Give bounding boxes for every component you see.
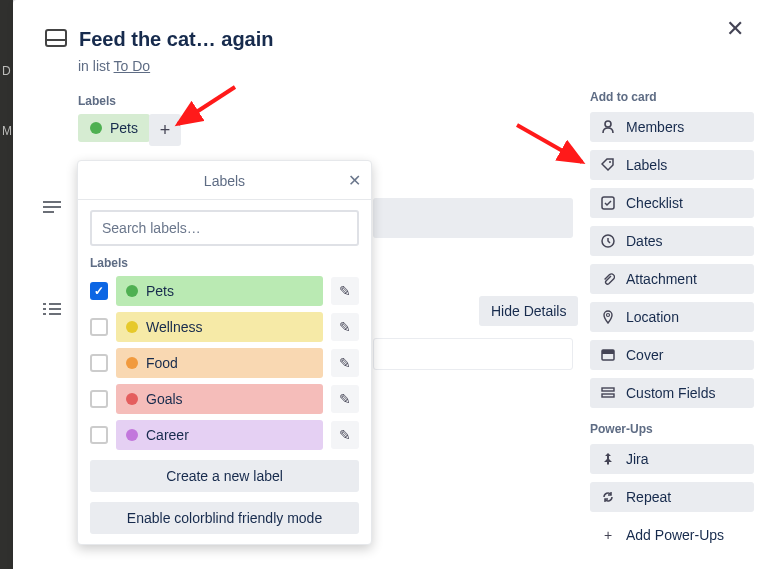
sidebar-label: Members [626,119,684,135]
label-checkbox[interactable] [90,282,108,300]
card-icon [45,29,67,51]
label-name: Career [146,427,189,443]
label-color-dot [126,429,138,441]
powerups-heading: Power-Ups [590,422,754,436]
edit-label-button[interactable]: ✎ [331,385,359,413]
labels-heading: Labels [78,94,116,108]
card-modal: ✕ Feed the cat… again in list To Do Labe… [13,0,766,569]
location-icon [600,310,616,324]
list-prefix: in list [78,58,114,74]
sidebar-label: Repeat [626,489,671,505]
sidebar-dates[interactable]: Dates [590,226,754,256]
sidebar-checklist[interactable]: Checklist [590,188,754,218]
svg-point-15 [607,314,610,317]
sidebar-attachment[interactable]: Attachment [590,264,754,294]
svg-rect-18 [602,388,614,391]
person-icon [600,120,616,134]
cover-icon [600,348,616,362]
label-color-dot [126,285,138,297]
jira-icon [600,452,616,466]
bg-glyph: M [2,124,12,138]
label-checkbox[interactable] [90,318,108,336]
label-color-dot [126,357,138,369]
card-sidebar: Add to card Members Labels Checklist Dat… [590,90,754,558]
description-panel[interactable] [373,198,573,238]
edit-label-button[interactable]: ✎ [331,349,359,377]
label-color-dot [126,321,138,333]
powerup-jira[interactable]: Jira [590,444,754,474]
svg-rect-0 [46,30,66,46]
svg-rect-17 [602,350,614,354]
label-option: Goals ✎ [90,384,359,414]
close-icon[interactable]: ✕ [348,171,361,190]
tag-icon [600,158,616,172]
edit-label-button[interactable]: ✎ [331,277,359,305]
label-option: Food ✎ [90,348,359,378]
labels-list-heading: Labels [90,256,359,270]
close-icon[interactable]: ✕ [726,18,744,40]
description-icon [43,198,61,219]
label-bar[interactable]: Wellness [116,312,323,342]
sidebar-location[interactable]: Location [590,302,754,332]
clock-icon [600,234,616,248]
checklist-icon [600,196,616,210]
background-strip [0,0,13,569]
popover-title: Labels [204,173,245,189]
svg-point-11 [605,121,611,127]
label-bar[interactable]: Food [116,348,323,378]
sidebar-label: Attachment [626,271,697,287]
sidebar-labels[interactable]: Labels [590,150,754,180]
label-name: Wellness [146,319,203,335]
card-list-info: in list To Do [78,58,150,74]
label-chip-pets[interactable]: Pets [78,114,150,142]
label-option: Wellness ✎ [90,312,359,342]
hide-details-button[interactable]: Hide Details [479,296,578,326]
sidebar-label: Custom Fields [626,385,715,401]
paperclip-icon [600,272,616,286]
label-bar[interactable]: Career [116,420,323,450]
search-labels-input[interactable] [90,210,359,246]
add-label-button[interactable]: + [149,114,181,146]
sidebar-label: Dates [626,233,663,249]
label-bar[interactable]: Pets [116,276,323,306]
label-checkbox[interactable] [90,354,108,372]
svg-rect-19 [602,394,614,397]
label-bar[interactable]: Goals [116,384,323,414]
edit-label-button[interactable]: ✎ [331,313,359,341]
svg-point-12 [609,161,611,163]
label-color-dot [126,393,138,405]
sidebar-label: Labels [626,157,667,173]
add-to-card-heading: Add to card [590,90,754,104]
sidebar-label: Location [626,309,679,325]
list-link[interactable]: To Do [114,58,151,74]
label-name: Goals [146,391,183,407]
plus-icon: + [600,527,616,543]
card-title[interactable]: Feed the cat… again [79,28,274,51]
activity-icon [43,300,61,321]
sidebar-label: Cover [626,347,663,363]
sidebar-label: Jira [626,451,649,467]
label-option: Pets ✎ [90,276,359,306]
repeat-icon [600,490,616,504]
create-label-button[interactable]: Create a new label [90,460,359,492]
sidebar-label: Checklist [626,195,683,211]
edit-label-button[interactable]: ✎ [331,421,359,449]
sidebar-label: Add Power-Ups [626,527,724,543]
label-checkbox[interactable] [90,426,108,444]
label-color-dot [90,122,102,134]
sidebar-cover[interactable]: Cover [590,340,754,370]
labels-popover: Labels ✕ Labels Pets ✎ Wellness ✎ Food ✎ [77,160,372,545]
fields-icon [600,386,616,400]
add-powerups-button[interactable]: + Add Power-Ups [590,520,754,550]
sidebar-members[interactable]: Members [590,112,754,142]
comment-input[interactable] [373,338,573,370]
label-chip-text: Pets [110,120,138,136]
label-checkbox[interactable] [90,390,108,408]
colorblind-mode-button[interactable]: Enable colorblind friendly mode [90,502,359,534]
label-name: Pets [146,283,174,299]
label-name: Food [146,355,178,371]
label-option: Career ✎ [90,420,359,450]
sidebar-custom-fields[interactable]: Custom Fields [590,378,754,408]
bg-glyph: D [2,64,11,78]
powerup-repeat[interactable]: Repeat [590,482,754,512]
